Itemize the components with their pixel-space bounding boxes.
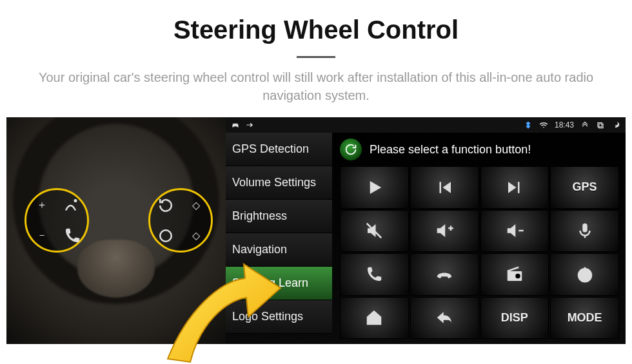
arrow-right-icon: [245, 120, 254, 129]
power-button[interactable]: [550, 253, 619, 296]
page-subtitle: Your original car's steering wheel contr…: [26, 68, 606, 104]
refresh-button[interactable]: [340, 139, 362, 160]
back-icon: [435, 308, 454, 327]
composite-image: ＋ － ◇ ◇: [6, 117, 626, 344]
wheel-right-cluster: ◇ ◇: [148, 188, 213, 253]
phone-icon: [364, 265, 384, 284]
mute-icon: [364, 221, 384, 240]
wheel-voice-button: [63, 196, 82, 215]
back-button[interactable]: [410, 297, 479, 340]
next-track-button[interactable]: [480, 166, 549, 209]
wheel-diamond-button: ◇: [186, 196, 206, 215]
mode-button[interactable]: MODE: [550, 297, 619, 340]
wheel-rotate-button: [156, 196, 175, 215]
prev-track-button[interactable]: [410, 166, 479, 209]
svg-rect-7: [582, 224, 588, 233]
sidebar-item-label: Brightness: [232, 209, 287, 223]
svg-rect-5: [599, 124, 603, 128]
sidebar-item-label: Volume Settings: [232, 176, 316, 189]
page-title: Steering Wheel Control: [0, 15, 632, 44]
sidebar-item-label: GPS Detection: [232, 142, 309, 156]
hangup-button[interactable]: [410, 253, 479, 296]
svg-point-1: [160, 230, 172, 242]
function-button-grid: GPS: [340, 166, 619, 339]
status-time: 18:43: [555, 120, 574, 129]
play-icon: [364, 178, 384, 197]
phone-button[interactable]: [340, 253, 409, 296]
wheel-phone-button: [63, 226, 82, 245]
car-icon: [231, 120, 240, 129]
refresh-icon: [344, 142, 358, 157]
disp-button[interactable]: DISP: [480, 297, 549, 340]
vol-down-icon: [505, 221, 524, 240]
next-track-icon: [505, 178, 524, 197]
power-icon: [575, 265, 595, 284]
title-divider: [297, 56, 335, 58]
svg-point-2: [233, 126, 234, 127]
wheel-diamond2-button: ◇: [186, 226, 206, 245]
svg-point-0: [74, 200, 76, 202]
vol-up-icon: [435, 221, 454, 240]
chevron-up-icon[interactable]: [580, 120, 589, 129]
recents-icon[interactable]: [596, 120, 605, 129]
radio-icon: [505, 265, 524, 284]
gps-button[interactable]: GPS: [550, 166, 619, 209]
sidebar-item-volume-settings[interactable]: Volume Settings: [226, 166, 332, 200]
wheel-minus-button: －: [32, 226, 52, 245]
mode-text: MODE: [568, 311, 602, 325]
mic-icon: [575, 221, 595, 240]
home-icon: [364, 308, 384, 327]
main-panel: Please select a function button! GPS: [332, 133, 626, 344]
radio-button[interactable]: [480, 253, 549, 296]
disp-text: DISP: [501, 311, 528, 325]
play-button[interactable]: [340, 166, 409, 209]
svg-rect-4: [598, 123, 602, 127]
gps-text: GPS: [573, 180, 597, 194]
wifi-icon: [539, 120, 548, 129]
wheel-plus-button: ＋: [32, 196, 52, 215]
vol-down-button[interactable]: [480, 210, 549, 253]
svg-point-3: [237, 126, 238, 127]
svg-point-9: [515, 274, 520, 279]
prev-track-icon: [435, 178, 454, 197]
pointer-arrow-icon: [161, 259, 284, 364]
wheel-left-cluster: ＋ －: [25, 188, 89, 253]
vol-up-button[interactable]: [410, 210, 479, 253]
sidebar-item-brightness[interactable]: Brightness: [226, 200, 332, 233]
sidebar-item-gps-detection[interactable]: GPS Detection: [226, 133, 332, 166]
wheel-cycle-button: [156, 226, 175, 245]
mic-button[interactable]: [550, 210, 619, 253]
bluetooth-icon: [524, 120, 533, 129]
nav-back-icon[interactable]: [611, 120, 620, 129]
home-button[interactable]: [340, 297, 409, 340]
mute-button[interactable]: [340, 210, 409, 253]
headunit-screen: 18:43 GPS Detection Volume Settings Brig…: [226, 117, 626, 344]
status-bar: 18:43: [226, 117, 626, 133]
sidebar-item-label: Navigation: [232, 243, 287, 256]
panel-header-text: Please select a function button!: [370, 143, 531, 157]
hangup-icon: [435, 265, 454, 284]
